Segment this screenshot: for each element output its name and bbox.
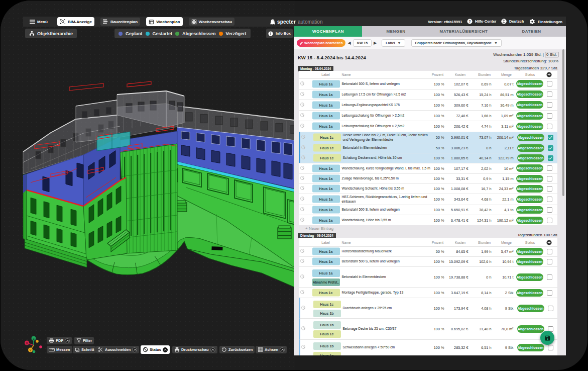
svg-text:Y: Y bbox=[29, 349, 31, 352]
svg-text:X: X bbox=[26, 342, 28, 345]
svg-text:?: ? bbox=[468, 20, 471, 23]
svg-text:Z: Z bbox=[33, 337, 35, 340]
